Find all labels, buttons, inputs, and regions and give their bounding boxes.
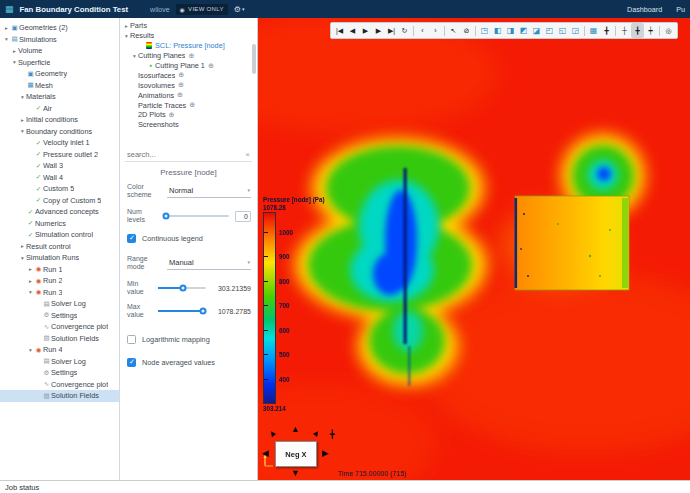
logarithmic-mapping-checkbox[interactable] xyxy=(127,335,136,344)
pick-center-icon[interactable]: ┿ xyxy=(644,23,657,38)
sidebar-item-solution-fields[interactable]: ▧Solution Fields xyxy=(0,333,119,345)
sidebar-item-numerics[interactable]: ✓Numerics xyxy=(0,218,119,230)
marker-prev-icon[interactable]: ‹ xyxy=(416,23,429,38)
postproc-item-particle-traces[interactable]: Particle Traces⊕ xyxy=(120,100,257,110)
slider-handle[interactable] xyxy=(179,285,186,292)
clear-search-icon[interactable]: × xyxy=(245,150,250,159)
view-left-icon[interactable]: ◩ xyxy=(517,23,530,38)
sidebar-item-initial-conditions[interactable]: ▸Initial conditions xyxy=(0,114,119,126)
rotate-up-arrow[interactable]: ▲ xyxy=(291,425,300,434)
sidebar-item-result-control[interactable]: ▸Result control xyxy=(0,241,119,253)
view-front-icon[interactable]: ◧ xyxy=(491,23,504,38)
chevron-right-icon[interactable]: ▸ xyxy=(11,48,18,54)
chevron-down-icon[interactable]: ▾ xyxy=(27,347,34,353)
sidebar-item-copy-of-custom-5[interactable]: ✓Copy of Custom 5 xyxy=(0,195,119,207)
sidebar-item-simulation-runs[interactable]: ▾Simulation Runs xyxy=(0,252,119,264)
sidebar-item-geometries-2[interactable]: ▸▣Geometries (2) xyxy=(0,22,119,34)
rotate-up-right-arrow[interactable]: ▲ xyxy=(310,427,323,440)
sidebar-item-run-2[interactable]: ▸◉Run 2 xyxy=(0,275,119,287)
sidebar-item-materials[interactable]: ▾Materials xyxy=(0,91,119,103)
max-value-slider[interactable] xyxy=(158,310,206,312)
username-label[interactable]: wilove xyxy=(150,6,169,13)
public-projects-link[interactable]: Pu xyxy=(676,5,685,14)
sidebar-item-run-1[interactable]: ▸◉Run 1 xyxy=(0,264,119,276)
marker-next-icon[interactable]: › xyxy=(429,23,442,38)
range-mode-select[interactable]: Manual ▾ xyxy=(167,257,251,270)
sidebar-item-settings[interactable]: ⚙Settings xyxy=(0,367,119,379)
postproc-item-2d-plots[interactable]: 2D Plots⊕ xyxy=(120,110,257,120)
sidebar-item-advanced-concepts[interactable]: ✓Advanced concepts xyxy=(0,206,119,218)
slider-handle[interactable] xyxy=(162,213,169,220)
sidebar-item-pressure-outlet-2[interactable]: ✓Pressure outlet 2 xyxy=(0,149,119,161)
sidebar-item-solver-log[interactable]: ▤Solver Log xyxy=(0,356,119,368)
zoom-to-box-icon[interactable]: ◎ xyxy=(662,23,675,38)
show-grid-icon[interactable]: ▦ xyxy=(587,23,600,38)
view-iso-icon[interactable]: ◳ xyxy=(478,23,491,38)
num-levels-input[interactable]: 0 xyxy=(235,211,251,222)
sidebar-item-velocity-inlet-1[interactable]: ✓Velocity inlet 1 xyxy=(0,137,119,149)
continuous-legend-checkbox[interactable] xyxy=(127,234,136,243)
postproc-item-animations[interactable]: Animations⊕ xyxy=(120,90,257,100)
sidebar-item-volume[interactable]: ▸Volume xyxy=(0,45,119,57)
chevron-down-icon[interactable]: ▾ xyxy=(19,94,26,100)
sidebar-item-convergence-plot[interactable]: ∿Convergence plot xyxy=(0,379,119,391)
node-averaged-checkbox[interactable] xyxy=(127,358,136,367)
step-back-icon[interactable]: ◀ xyxy=(346,23,359,38)
skip-start-icon[interactable]: |◀ xyxy=(333,23,346,38)
chevron-down-icon[interactable]: ▾ xyxy=(3,36,10,42)
rotate-up-left-arrow[interactable]: ▲ xyxy=(266,427,279,440)
postproc-item-screenshots[interactable]: Screenshots xyxy=(120,120,257,130)
sidebar-item-superficie[interactable]: ▾Superficie xyxy=(0,57,119,69)
view-top-icon[interactable]: ◰ xyxy=(543,23,556,38)
pointer-icon[interactable]: ↖ xyxy=(447,23,460,38)
skip-end-icon[interactable]: ▶| xyxy=(385,23,398,38)
sidebar-item-air[interactable]: ✓Air xyxy=(0,103,119,115)
view-right-icon[interactable]: ◪ xyxy=(530,23,543,38)
add-icon[interactable]: ⊕ xyxy=(178,81,184,89)
chevron-right-icon[interactable]: ▸ xyxy=(19,243,26,249)
chevron-down-icon[interactable]: ▾ xyxy=(19,255,26,261)
chevron-down-icon[interactable]: ▾ xyxy=(131,53,138,59)
loop-icon[interactable]: ↻ xyxy=(398,23,411,38)
postproc-item-results[interactable]: ▾Results xyxy=(120,31,257,41)
dashboard-link[interactable]: Dashboard xyxy=(627,5,662,14)
min-value-slider[interactable] xyxy=(158,287,206,289)
view-back-icon[interactable]: ◨ xyxy=(504,23,517,38)
postproc-item-isosurfaces[interactable]: Isosurfaces⊕ xyxy=(120,70,257,80)
step-forward-icon[interactable]: ▶ xyxy=(372,23,385,38)
postproc-item-parts[interactable]: ▸Parts xyxy=(120,21,257,31)
pan-icon[interactable]: ╋ xyxy=(330,431,335,439)
min-value-input[interactable]: 303.21359 xyxy=(211,285,251,292)
scrollbar-thumb[interactable] xyxy=(252,44,256,74)
render-viewport[interactable]: |◀◀▶▶▶|↻‹›↖⊘◳◧◨◩◪◰◱◲▦╋┼╋┿◎ Pressure [nod… xyxy=(258,18,690,480)
show-axes-icon[interactable]: ╋ xyxy=(600,23,613,38)
chevron-down-icon[interactable]: ▾ xyxy=(11,59,18,65)
postproc-item-scl-pressure-node[interactable]: SCL: Pressure [node] xyxy=(120,41,257,51)
view-direction-button[interactable]: Neg X xyxy=(275,441,317,467)
view-only-badge[interactable]: ◉ VIEW ONLY xyxy=(176,4,228,15)
show-center-icon[interactable]: ╋ xyxy=(631,23,644,38)
rotate-down-arrow[interactable]: ▼ xyxy=(291,469,300,478)
sidebar-item-settings[interactable]: ⚙Settings xyxy=(0,310,119,322)
chevron-right-icon[interactable]: ▸ xyxy=(27,278,34,284)
sidebar-item-simulation-control[interactable]: ✓Simulation control xyxy=(0,229,119,241)
sidebar-item-simulations[interactable]: ▾▤Simulations xyxy=(0,34,119,46)
chevron-right-icon[interactable]: ▸ xyxy=(123,23,130,29)
center-rotation-icon[interactable]: ┼ xyxy=(618,23,631,38)
sidebar-item-convergence-plot[interactable]: ∿Convergence plot xyxy=(0,321,119,333)
app-logo-icon[interactable]: ▦ xyxy=(5,5,14,14)
add-icon[interactable]: ⊕ xyxy=(188,52,194,60)
view-bottom-icon[interactable]: ◱ xyxy=(556,23,569,38)
sidebar-item-mesh[interactable]: ▦Mesh xyxy=(0,80,119,92)
play-icon[interactable]: ▶ xyxy=(359,23,372,38)
chevron-down-icon[interactable]: ▾ xyxy=(27,289,34,295)
rotate-right-arrow[interactable]: ▶ xyxy=(322,449,329,458)
search-input[interactable] xyxy=(127,150,245,159)
add-icon[interactable]: ⊕ xyxy=(189,101,195,109)
postproc-item-cutting-plane-1[interactable]: ●Cutting Plane 1⊕ xyxy=(120,61,257,71)
postproc-item-cutting-planes[interactable]: ▾Cutting Planes⊕ xyxy=(120,51,257,61)
slider-handle[interactable] xyxy=(199,308,206,315)
sidebar-item-run-4[interactable]: ▾◉Run 4 xyxy=(0,344,119,356)
sidebar-item-custom-5[interactable]: ✓Custom 5 xyxy=(0,183,119,195)
settings-menu-button[interactable]: ⚙ ▾ xyxy=(234,5,245,14)
